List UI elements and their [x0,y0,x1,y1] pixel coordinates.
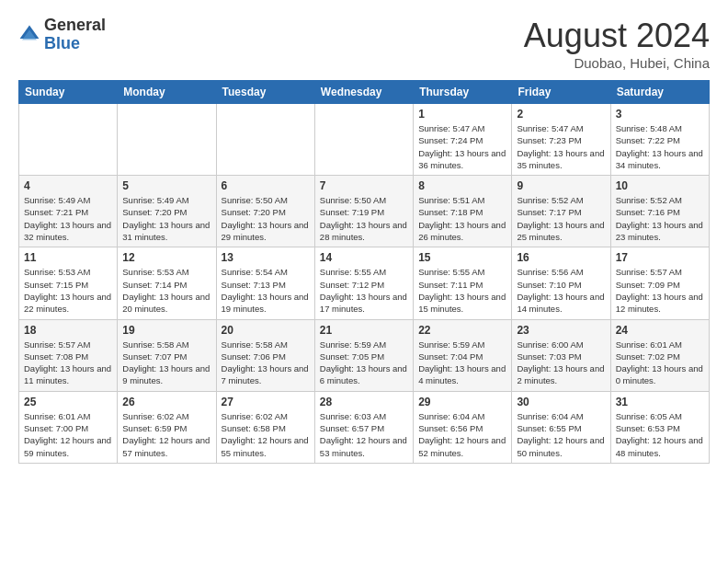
day-number: 23 [517,324,605,337]
day-number: 9 [517,179,605,192]
day-info: Sunrise: 6:01 AM Sunset: 7:02 PM Dayligh… [616,339,704,387]
day-number: 18 [24,324,112,337]
calendar-cell: 29Sunrise: 6:04 AM Sunset: 6:56 PM Dayli… [414,391,512,463]
calendar-cell: 26Sunrise: 6:02 AM Sunset: 6:59 PM Dayli… [118,391,216,463]
week-row-2: 4Sunrise: 5:49 AM Sunset: 7:21 PM Daylig… [19,176,710,247]
calendar-cell: 27Sunrise: 6:02 AM Sunset: 6:58 PM Dayli… [216,391,314,463]
day-info: Sunrise: 5:50 AM Sunset: 7:20 PM Dayligh… [222,194,310,243]
weekday-header-row: SundayMondayTuesdayWednesdayThursdayFrid… [19,81,710,104]
day-info: Sunrise: 5:53 AM Sunset: 7:14 PM Dayligh… [122,266,210,315]
day-number: 29 [418,396,506,408]
day-info: Sunrise: 6:02 AM Sunset: 6:59 PM Dayligh… [122,410,210,459]
weekday-header-saturday: Saturday [610,81,709,104]
calendar-cell [118,104,216,176]
calendar-cell: 6Sunrise: 5:50 AM Sunset: 7:20 PM Daylig… [216,176,314,247]
week-row-1: 1Sunrise: 5:47 AM Sunset: 7:24 PM Daylig… [19,104,710,176]
day-info: Sunrise: 5:58 AM Sunset: 7:06 PM Dayligh… [222,339,310,387]
week-row-4: 18Sunrise: 5:57 AM Sunset: 7:08 PM Dayli… [19,319,710,391]
day-number: 15 [418,251,506,264]
day-info: Sunrise: 5:52 AM Sunset: 7:16 PM Dayligh… [616,194,704,243]
day-number: 26 [122,396,210,408]
day-info: Sunrise: 6:04 AM Sunset: 6:56 PM Dayligh… [418,410,506,459]
day-number: 21 [320,324,408,337]
logo: General Blue [18,17,106,53]
calendar-cell: 14Sunrise: 5:55 AM Sunset: 7:12 PM Dayli… [314,247,413,319]
calendar-cell: 22Sunrise: 5:59 AM Sunset: 7:04 PM Dayli… [414,319,512,391]
logo-blue: Blue [44,35,106,53]
day-info: Sunrise: 5:59 AM Sunset: 7:04 PM Dayligh… [418,339,506,387]
day-number: 17 [616,251,704,264]
calendar-cell: 8Sunrise: 5:51 AM Sunset: 7:18 PM Daylig… [414,176,512,247]
weekday-header-friday: Friday [512,81,610,104]
calendar-cell: 7Sunrise: 5:50 AM Sunset: 7:19 PM Daylig… [314,176,413,247]
day-number: 19 [122,324,210,337]
page-container: General Blue August 2024 Duobao, Hubei, … [0,0,728,473]
day-info: Sunrise: 6:00 AM Sunset: 7:03 PM Dayligh… [517,339,605,387]
day-number: 27 [222,396,310,408]
calendar-cell: 18Sunrise: 5:57 AM Sunset: 7:08 PM Dayli… [19,319,118,391]
day-number: 5 [122,179,210,192]
calendar-cell [216,104,314,176]
day-info: Sunrise: 5:49 AM Sunset: 7:20 PM Dayligh… [122,194,210,243]
calendar-cell: 31Sunrise: 6:05 AM Sunset: 6:53 PM Dayli… [610,391,709,463]
calendar-cell: 25Sunrise: 6:01 AM Sunset: 7:00 PM Dayli… [19,391,118,463]
day-number: 13 [222,251,310,264]
calendar-cell: 4Sunrise: 5:49 AM Sunset: 7:21 PM Daylig… [19,176,118,247]
day-info: Sunrise: 5:53 AM Sunset: 7:15 PM Dayligh… [24,266,112,315]
calendar-cell: 17Sunrise: 5:57 AM Sunset: 7:09 PM Dayli… [610,247,709,319]
day-info: Sunrise: 5:47 AM Sunset: 7:24 PM Dayligh… [418,122,506,171]
day-info: Sunrise: 6:02 AM Sunset: 6:58 PM Dayligh… [222,410,310,459]
weekday-header-monday: Monday [118,81,216,104]
day-info: Sunrise: 5:56 AM Sunset: 7:10 PM Dayligh… [517,266,605,315]
day-number: 31 [616,396,704,408]
title-block: August 2024 Duobao, Hubei, China [524,17,710,71]
day-info: Sunrise: 6:04 AM Sunset: 6:55 PM Dayligh… [517,410,605,459]
logo-icon [18,24,40,46]
calendar-cell [314,104,413,176]
day-info: Sunrise: 5:48 AM Sunset: 7:22 PM Dayligh… [616,122,704,171]
logo-general: General [44,17,106,35]
calendar-cell: 19Sunrise: 5:58 AM Sunset: 7:07 PM Dayli… [118,319,216,391]
logo-text: General Blue [44,17,106,53]
day-number: 3 [616,108,704,121]
day-number: 28 [320,396,408,408]
day-number: 12 [122,251,210,264]
day-number: 22 [418,324,506,337]
weekday-header-wednesday: Wednesday [314,81,413,104]
week-row-5: 25Sunrise: 6:01 AM Sunset: 7:00 PM Dayli… [19,391,710,463]
calendar-cell: 24Sunrise: 6:01 AM Sunset: 7:02 PM Dayli… [610,319,709,391]
calendar-cell: 15Sunrise: 5:55 AM Sunset: 7:11 PM Dayli… [414,247,512,319]
day-info: Sunrise: 5:59 AM Sunset: 7:05 PM Dayligh… [320,339,408,387]
calendar-cell: 12Sunrise: 5:53 AM Sunset: 7:14 PM Dayli… [118,247,216,319]
day-info: Sunrise: 6:05 AM Sunset: 6:53 PM Dayligh… [616,410,704,459]
day-number: 7 [320,179,408,192]
day-number: 1 [418,108,506,121]
day-info: Sunrise: 5:50 AM Sunset: 7:19 PM Dayligh… [320,194,408,243]
page-header: General Blue August 2024 Duobao, Hubei, … [18,17,710,71]
calendar-cell: 2Sunrise: 5:47 AM Sunset: 7:23 PM Daylig… [512,104,610,176]
day-number: 20 [222,324,310,337]
day-info: Sunrise: 6:01 AM Sunset: 7:00 PM Dayligh… [24,410,112,459]
location: Duobao, Hubei, China [524,55,710,71]
day-number: 25 [24,396,112,408]
day-info: Sunrise: 5:57 AM Sunset: 7:08 PM Dayligh… [24,339,112,387]
calendar-cell: 10Sunrise: 5:52 AM Sunset: 7:16 PM Dayli… [610,176,709,247]
calendar-cell: 1Sunrise: 5:47 AM Sunset: 7:24 PM Daylig… [414,104,512,176]
calendar-cell: 20Sunrise: 5:58 AM Sunset: 7:06 PM Dayli… [216,319,314,391]
week-row-3: 11Sunrise: 5:53 AM Sunset: 7:15 PM Dayli… [19,247,710,319]
calendar-cell: 11Sunrise: 5:53 AM Sunset: 7:15 PM Dayli… [19,247,118,319]
day-info: Sunrise: 5:47 AM Sunset: 7:23 PM Dayligh… [517,122,605,171]
weekday-header-tuesday: Tuesday [216,81,314,104]
weekday-header-thursday: Thursday [414,81,512,104]
day-number: 24 [616,324,704,337]
weekday-header-sunday: Sunday [19,81,118,104]
calendar-cell: 16Sunrise: 5:56 AM Sunset: 7:10 PM Dayli… [512,247,610,319]
day-number: 11 [24,251,112,264]
day-info: Sunrise: 5:51 AM Sunset: 7:18 PM Dayligh… [418,194,506,243]
day-info: Sunrise: 5:54 AM Sunset: 7:13 PM Dayligh… [222,266,310,315]
day-number: 14 [320,251,408,264]
day-info: Sunrise: 5:52 AM Sunset: 7:17 PM Dayligh… [517,194,605,243]
month-title: August 2024 [524,17,710,55]
day-number: 8 [418,179,506,192]
calendar-cell: 30Sunrise: 6:04 AM Sunset: 6:55 PM Dayli… [512,391,610,463]
